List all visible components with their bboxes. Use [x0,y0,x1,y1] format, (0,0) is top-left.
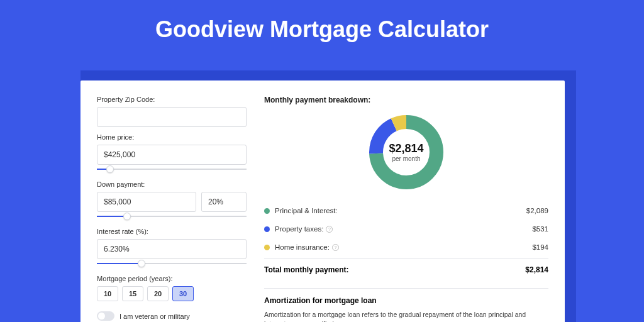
donut-chart: $2,814 per month [366,112,447,192]
rate-input[interactable] [97,239,247,259]
legend-value: $531 [532,225,548,233]
legend-row-principal: Principal & Interest: $2,089 [264,201,548,219]
veteran-row: I am veteran or military [97,311,247,321]
zip-label: Property Zip Code: [97,96,247,103]
donut-amount: $2,814 [389,142,423,155]
period-label: Mortgage period (years): [97,275,247,282]
info-icon[interactable]: ? [326,226,333,233]
period-btn-30[interactable]: 30 [172,286,194,301]
donut-chart-wrap: $2,814 per month [264,112,548,192]
rate-slider[interactable] [97,260,247,269]
legend-row-insurance: Home insurance: ? $194 [264,238,548,256]
form-column: Property Zip Code: Home price: Down paym… [97,96,247,317]
page-title: Goodview Mortgage Calculator [0,0,644,54]
total-label: Total monthly payment: [264,265,525,274]
down-percent-input[interactable] [201,192,247,212]
zip-input[interactable] [97,107,247,127]
breakdown-column: Monthly payment breakdown: $2,814 per mo… [264,96,548,317]
rate-label: Interest rate (%): [97,228,247,235]
legend-label: Principal & Interest: [275,207,526,214]
legend-label: Home insurance: ? [275,243,532,251]
amortization-section: Amortization for mortgage loan Amortizat… [264,288,548,322]
legend-value: $194 [532,243,548,251]
period-btn-15[interactable]: 15 [122,286,143,301]
info-icon[interactable]: ? [332,244,339,251]
dot-icon [264,208,270,214]
total-row: Total monthly payment: $2,814 [264,258,548,280]
toggle-knob [98,313,105,319]
period-options: 10 15 20 30 [97,286,247,301]
veteran-label: I am veteran or military [119,313,190,320]
price-slider[interactable] [97,165,247,174]
period-btn-10[interactable]: 10 [97,286,118,301]
legend-label: Property taxes: ? [275,225,532,233]
price-input[interactable] [97,145,247,165]
amort-title: Amortization for mortgage loan [264,296,548,305]
price-label: Home price: [97,133,247,141]
dot-icon [264,226,270,232]
dot-icon [264,245,270,250]
down-slider[interactable] [97,213,247,221]
total-value: $2,814 [525,265,548,274]
veteran-toggle[interactable] [97,311,114,321]
legend-row-taxes: Property taxes: ? $531 [264,219,548,238]
donut-center: $2,814 per month [366,112,447,192]
donut-sub: per month [392,155,420,162]
down-label: Down payment: [97,180,247,188]
amort-text: Amortization for a mortgage loan refers … [264,310,548,322]
period-btn-20[interactable]: 20 [147,286,169,301]
breakdown-title: Monthly payment breakdown: [264,96,548,104]
down-amount-input[interactable] [97,192,196,212]
legend-value: $2,089 [526,207,548,214]
calculator-card: Property Zip Code: Home price: Down paym… [80,80,565,322]
